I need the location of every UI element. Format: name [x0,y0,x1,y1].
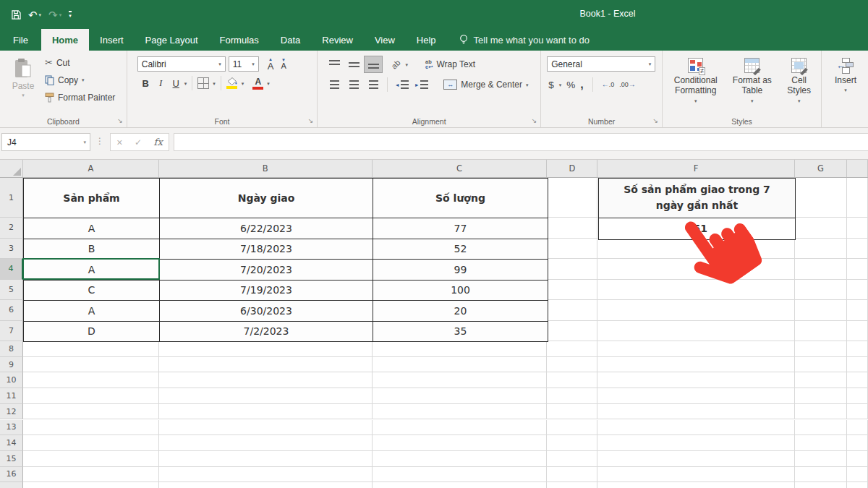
tab-formulas[interactable]: Formulas [209,29,270,51]
column-header[interactable] [847,160,868,177]
select-all-button[interactable] [0,160,23,177]
cell[interactable] [847,239,868,260]
cell[interactable] [23,420,159,436]
row-header[interactable]: 1 [0,178,23,218]
increase-decimal-button[interactable]: ←.0 [602,81,615,88]
dropdown-icon[interactable]: ▾ [242,81,244,86]
format-as-table-button[interactable]: Format as Table ▾ [727,56,777,105]
cell[interactable] [23,388,159,404]
copy-button[interactable]: Copy ▾ [45,72,115,87]
cell[interactable] [23,451,159,467]
row-header[interactable]: 8 [0,341,23,357]
tab-home[interactable]: Home [41,29,89,51]
row-header[interactable]: 3 [0,239,23,260]
number-format-combo[interactable]: General ▾ [547,56,655,72]
cell[interactable] [373,357,548,373]
tab-file[interactable]: File [0,29,41,51]
cell[interactable] [23,404,159,420]
cell[interactable] [373,451,548,467]
decrease-font-size-button[interactable]: ▼ A [281,58,286,70]
cell[interactable] [597,239,795,260]
dialog-launcher-icon[interactable]: ↘ [117,118,123,124]
dropdown-icon[interactable]: ▾ [184,81,187,86]
table-cell[interactable]: 77 [373,218,548,239]
table-cell[interactable]: 7/20/2023 [160,260,373,281]
cell[interactable] [847,357,868,373]
cell[interactable] [795,482,847,488]
summary-title-cell[interactable]: Số sản phẩm giao trong 7 ngày gần nhất [599,179,795,218]
cell[interactable] [373,341,548,357]
cell[interactable] [795,341,847,357]
table-cell[interactable]: D [24,322,160,343]
row-header[interactable]: 12 [0,404,23,420]
comma-button[interactable]: , [580,78,583,91]
cell[interactable] [373,482,548,488]
cell[interactable] [159,451,373,467]
enter-icon[interactable]: ✓ [135,137,142,147]
cell[interactable] [795,420,847,436]
save-button[interactable] [12,10,21,20]
table-cell[interactable]: 52 [373,239,548,260]
cell[interactable] [795,467,847,483]
dropdown-icon[interactable]: ▾ [59,12,62,17]
column-header[interactable]: G [795,160,847,177]
table-cell[interactable]: A [24,301,160,322]
cell[interactable] [597,280,795,301]
row-header[interactable]: 13 [0,420,23,436]
cell[interactable] [23,372,159,388]
cell[interactable] [547,404,597,420]
row-header[interactable]: 11 [0,388,23,404]
paste-button[interactable]: Paste ▾ [4,55,42,98]
dropdown-icon[interactable]: ▾ [83,140,86,145]
cell[interactable] [597,321,795,342]
table-cell[interactable]: 7/18/2023 [160,239,373,260]
cell[interactable] [547,321,597,342]
row-header[interactable] [0,482,23,488]
align-bottom-button[interactable] [364,56,383,73]
cell[interactable] [597,404,795,420]
row-header[interactable]: 10 [0,372,23,388]
undo-button[interactable]: ↶ ▾ [28,9,41,20]
cell[interactable] [547,239,597,260]
row-header[interactable]: 15 [0,451,23,467]
font-color-button[interactable]: A [252,77,263,90]
row-header[interactable]: 14 [0,435,23,451]
decrease-indent-button[interactable]: ◄ [392,76,411,93]
row-header[interactable]: 16 [0,467,23,483]
table-cell[interactable]: B [24,239,160,260]
cell[interactable] [795,404,847,420]
cell[interactable] [597,435,795,451]
formula-input[interactable] [174,133,868,151]
cell[interactable] [597,259,795,280]
increase-font-size-button[interactable]: ▲ A [268,57,274,71]
cell[interactable] [795,388,847,404]
cell[interactable] [23,357,159,373]
conditional-formatting-button[interactable]: ≠ Conditional Formatting ▾ [667,56,724,105]
cell[interactable] [373,388,548,404]
cell[interactable] [847,482,868,488]
column-header[interactable]: D [547,160,597,177]
cell[interactable] [847,280,868,301]
table-cell[interactable]: 6/30/2023 [160,301,373,322]
increase-indent-button[interactable]: ► [412,76,430,93]
column-header[interactable]: C [373,160,548,177]
cell[interactable] [795,321,847,342]
customize-qat-icon[interactable]: ▾ [69,11,72,19]
cell[interactable] [847,300,868,321]
cell[interactable] [795,239,847,260]
cell[interactable] [847,404,868,420]
cell[interactable] [23,435,159,451]
table-cell[interactable]: A [24,260,160,281]
tab-page-layout[interactable]: Page Layout [135,29,209,51]
dropdown-icon[interactable]: ▾ [559,82,562,87]
align-right-button[interactable] [364,76,383,93]
row-header[interactable]: 5 [0,280,23,301]
column-header[interactable]: B [159,160,373,177]
bold-button[interactable]: B [139,76,153,90]
borders-icon[interactable] [197,77,209,89]
cell[interactable] [597,388,795,404]
cell[interactable] [847,218,868,239]
cell[interactable] [597,357,795,373]
currency-button[interactable]: $ [548,80,554,90]
orientation-icon[interactable]: ab [390,58,402,70]
